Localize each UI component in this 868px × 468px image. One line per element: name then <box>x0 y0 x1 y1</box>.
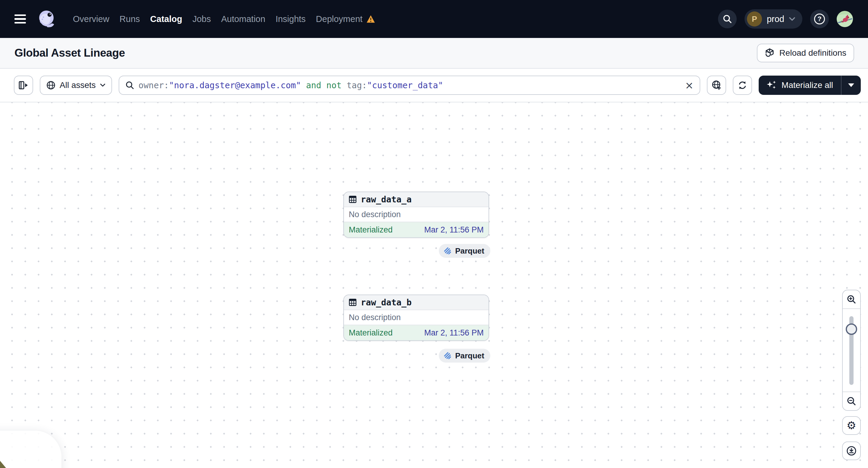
asset-filter-input[interactable]: owner:"nora.dagster@example.com" and not… <box>119 75 700 95</box>
query-keyword-token: and not <box>301 81 347 90</box>
nav-item-deployment-label[interactable]: Deployment <box>316 14 363 24</box>
dagster-logo-icon[interactable] <box>36 9 57 29</box>
query-value-token: "nora.dagster@example.com" <box>169 81 301 90</box>
search-icon <box>722 14 732 24</box>
zoom-control <box>842 290 861 411</box>
asset-scope-dropdown[interactable]: All assets <box>40 75 112 95</box>
compute-kind-badge-parquet[interactable]: Parquet <box>439 349 490 363</box>
nav-item-overview[interactable]: Overview <box>73 14 109 24</box>
asset-node-raw-data-b[interactable]: raw_data_b No description Materialized M… <box>343 294 489 341</box>
top-nav: Overview Runs Catalog Jobs Automation In… <box>0 0 868 38</box>
query-field-token: owner: <box>138 81 169 90</box>
reload-definitions-icon <box>765 48 775 58</box>
asset-badge-row: Parquet <box>343 349 490 363</box>
table-icon <box>349 299 356 306</box>
warning-triangle-icon <box>366 15 375 23</box>
global-search-button[interactable] <box>718 10 737 28</box>
nav-item-deployment[interactable]: Deployment <box>316 14 375 24</box>
parquet-logo-icon <box>444 247 452 255</box>
materialized-status: Materialized <box>349 225 393 235</box>
compute-kind-label: Parquet <box>455 246 484 256</box>
zoom-slider-handle[interactable] <box>846 323 857 335</box>
materialization-timestamp[interactable]: Mar 2, 11:56 PM <box>424 328 484 338</box>
globe-icon <box>46 81 55 90</box>
materialization-timestamp[interactable]: Mar 2, 11:56 PM <box>424 225 484 235</box>
caret-down-icon <box>848 84 854 87</box>
asset-scope-label: All assets <box>60 81 96 90</box>
reload-definitions-label: Reload definitions <box>779 48 846 58</box>
asset-node-raw-data-a[interactable]: raw_data_a No description Materialized M… <box>343 191 489 238</box>
table-icon <box>349 195 356 203</box>
deployment-avatar: P <box>747 11 762 27</box>
materialize-all-split-button: Materialize all <box>759 75 861 95</box>
panel-expand-icon <box>19 81 29 90</box>
nav-right-cluster: P prod ? <box>718 9 853 29</box>
materialize-options-button[interactable] <box>841 75 861 95</box>
help-button[interactable]: ? <box>810 10 829 28</box>
sparkles-icon <box>767 80 777 90</box>
primary-nav: Overview Runs Catalog Jobs Automation In… <box>73 14 375 24</box>
nav-item-automation[interactable]: Automation <box>221 14 265 24</box>
asset-description: No description <box>344 310 489 325</box>
asset-node-header[interactable]: raw_data_b <box>344 295 489 310</box>
minimap-panel-corner <box>0 431 61 468</box>
globe-add-icon <box>711 80 722 90</box>
query-value-token: "customer_data" <box>367 81 443 90</box>
asset-status-bar: Materialized Mar 2, 11:56 PM <box>344 222 489 237</box>
dagster-app: Overview Runs Catalog Jobs Automation In… <box>0 0 868 468</box>
filter-to-global-button[interactable] <box>707 75 726 95</box>
chevron-down-icon <box>100 84 105 87</box>
gear-icon: ⚙ <box>847 420 856 431</box>
chevron-down-icon <box>789 17 795 21</box>
asset-status-bar: Materialized Mar 2, 11:56 PM <box>344 325 489 340</box>
hamburger-menu-icon[interactable] <box>14 14 26 24</box>
lineage-canvas[interactable]: raw_data_a No description Materialized M… <box>0 102 868 468</box>
download-icon <box>846 446 857 456</box>
page-header: Global Asset Lineage Reload definitions <box>0 38 868 69</box>
clear-filter-button[interactable]: × <box>685 80 693 90</box>
compute-kind-label: Parquet <box>455 351 484 361</box>
asset-node-header[interactable]: raw_data_a <box>344 192 489 207</box>
nav-item-runs[interactable]: Runs <box>120 14 140 24</box>
search-icon <box>125 81 134 90</box>
graph-settings-button[interactable]: ⚙ <box>842 416 861 435</box>
zoom-in-button[interactable] <box>843 290 860 308</box>
query-field-token: tag: <box>347 81 367 90</box>
parquet-logo-icon <box>444 352 452 360</box>
refresh-graph-button[interactable] <box>733 75 752 95</box>
page-title: Global Asset Lineage <box>14 47 125 59</box>
question-mark-icon: ? <box>814 13 825 24</box>
deployment-name: prod <box>767 14 784 24</box>
cardinal-bird-avatar-icon <box>837 11 853 27</box>
zoom-out-button[interactable] <box>843 392 860 410</box>
lineage-toolbar: All assets owner:"nora.dagster@example.c… <box>0 69 868 102</box>
nav-item-jobs[interactable]: Jobs <box>192 14 211 24</box>
asset-description: No description <box>344 207 489 222</box>
user-avatar[interactable] <box>837 11 853 27</box>
asset-title: raw_data_a <box>361 194 412 205</box>
materialize-all-label: Materialize all <box>781 81 833 90</box>
zoom-out-icon <box>847 396 856 406</box>
deployment-switcher[interactable]: P prod <box>745 9 802 29</box>
download-graph-button[interactable] <box>842 441 861 460</box>
open-asset-sidebar-button[interactable] <box>14 75 33 95</box>
nav-item-catalog[interactable]: Catalog <box>150 14 182 24</box>
filter-query-text[interactable]: owner:"nora.dagster@example.com" and not… <box>138 81 681 90</box>
nav-item-insights[interactable]: Insights <box>276 14 306 24</box>
compute-kind-badge-parquet[interactable]: Parquet <box>439 244 490 258</box>
materialized-status: Materialized <box>349 328 393 338</box>
zoom-slider[interactable] <box>843 308 860 392</box>
zoom-in-icon <box>847 294 856 304</box>
reload-definitions-button[interactable]: Reload definitions <box>757 44 854 62</box>
materialize-all-button[interactable]: Materialize all <box>759 75 841 95</box>
asset-title: raw_data_b <box>361 298 412 308</box>
asset-badge-row: Parquet <box>343 244 490 258</box>
refresh-icon <box>738 81 747 90</box>
